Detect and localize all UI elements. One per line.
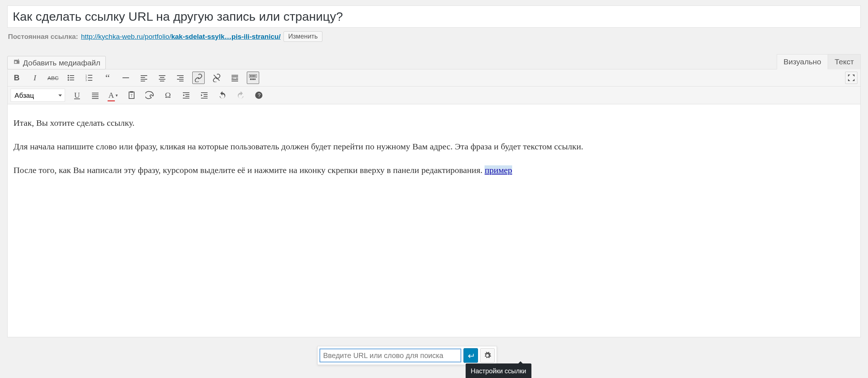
svg-rect-54 xyxy=(204,94,208,95)
post-title-input[interactable] xyxy=(7,5,861,28)
link-popover xyxy=(317,346,497,365)
example-link[interactable]: пример xyxy=(485,165,512,175)
format-select[interactable]: Абзац xyxy=(11,89,65,102)
svg-text:3: 3 xyxy=(85,79,87,81)
tab-visual[interactable]: Визуально xyxy=(777,54,828,69)
kitchen-sink-icon[interactable] xyxy=(247,72,259,84)
svg-rect-14 xyxy=(141,77,145,78)
svg-rect-43 xyxy=(92,94,99,95)
svg-rect-52 xyxy=(183,98,189,98)
paragraph-3-text: После того, как Вы написали эту фразу, к… xyxy=(13,165,485,175)
svg-text:2: 2 xyxy=(85,76,87,79)
svg-rect-9 xyxy=(88,77,92,78)
link-apply-button[interactable] xyxy=(463,348,478,363)
svg-rect-15 xyxy=(141,79,147,80)
svg-rect-30 xyxy=(236,78,238,79)
svg-rect-16 xyxy=(141,81,145,81)
svg-rect-5 xyxy=(70,80,74,80)
svg-rect-18 xyxy=(160,77,164,78)
help-icon[interactable]: ? xyxy=(253,89,265,101)
svg-rect-29 xyxy=(234,78,235,79)
svg-rect-36 xyxy=(253,75,254,77)
paragraph-1: Итак, Вы хотите сделать ссылку. xyxy=(13,117,855,129)
tab-text[interactable]: Текст xyxy=(828,54,861,69)
edit-permalink-button[interactable]: Изменить xyxy=(284,31,322,42)
align-center-icon[interactable] xyxy=(156,72,168,84)
align-justify-icon[interactable] xyxy=(89,89,101,101)
undo-icon[interactable] xyxy=(216,89,229,101)
camera-music-icon xyxy=(13,58,21,68)
svg-rect-45 xyxy=(92,98,99,99)
read-more-icon[interactable] xyxy=(229,72,241,84)
outdent-icon[interactable] xyxy=(180,89,192,101)
add-media-button[interactable]: Добавить медиафайл xyxy=(7,56,106,69)
svg-rect-17 xyxy=(159,75,165,76)
editor: B I ABC 123 “ Абзац U A▼ T Ω xyxy=(7,69,861,337)
svg-rect-20 xyxy=(160,81,164,81)
editor-tabs: Визуально Текст xyxy=(777,54,861,69)
clear-formatting-icon[interactable] xyxy=(144,89,156,101)
bullet-list-icon[interactable] xyxy=(65,72,77,84)
svg-text:?: ? xyxy=(258,92,261,98)
toolbar-row-1: B I ABC 123 “ xyxy=(8,69,860,87)
svg-rect-51 xyxy=(185,96,189,97)
svg-rect-41 xyxy=(254,79,256,80)
enter-arrow-icon xyxy=(467,351,475,359)
link-url-input[interactable] xyxy=(320,349,461,362)
add-media-label: Добавить медиафайл xyxy=(23,59,100,67)
svg-rect-53 xyxy=(201,92,208,93)
paragraph-2: Для начала напишите слово или фразу, кли… xyxy=(13,140,855,153)
paste-text-icon[interactable]: T xyxy=(125,89,138,101)
svg-rect-50 xyxy=(185,94,189,95)
hr-icon[interactable] xyxy=(120,72,132,84)
svg-point-0 xyxy=(68,75,69,76)
bold-icon[interactable]: B xyxy=(11,72,23,84)
svg-rect-1 xyxy=(70,75,74,76)
unlink-icon[interactable] xyxy=(210,72,223,84)
svg-rect-44 xyxy=(92,96,99,97)
svg-rect-37 xyxy=(254,75,256,77)
svg-rect-11 xyxy=(88,80,92,81)
underline-icon[interactable]: U xyxy=(71,89,83,101)
content-area[interactable]: Итак, Вы хотите сделать ссылку. Для нача… xyxy=(8,104,860,337)
link-settings-tooltip: Настройки ссылки xyxy=(466,363,531,378)
italic-icon[interactable]: I xyxy=(29,72,41,84)
svg-rect-13 xyxy=(141,75,147,76)
svg-rect-3 xyxy=(70,77,74,78)
svg-rect-47 xyxy=(130,91,133,93)
indent-icon[interactable] xyxy=(198,89,210,101)
svg-rect-42 xyxy=(92,93,99,93)
svg-rect-32 xyxy=(232,81,238,81)
numbered-list-icon[interactable]: 123 xyxy=(83,72,96,84)
text-color-icon[interactable]: A▼ xyxy=(107,89,120,101)
svg-rect-12 xyxy=(122,77,129,78)
svg-rect-19 xyxy=(159,79,165,80)
gear-icon xyxy=(483,351,491,359)
blockquote-icon[interactable]: “ xyxy=(101,72,114,84)
redo-icon[interactable] xyxy=(234,89,247,101)
special-char-icon[interactable]: Ω xyxy=(162,89,174,101)
strikethrough-icon[interactable]: ABC xyxy=(47,72,59,84)
svg-point-4 xyxy=(68,79,69,81)
svg-point-2 xyxy=(68,77,69,79)
permalink-link[interactable]: http://kychka-web.ru/portfolio/kak-sdela… xyxy=(81,33,281,41)
permalink-slug: kak-sdelat-ssylk…pis-ili-stranicu/ xyxy=(171,33,281,40)
align-right-icon[interactable] xyxy=(174,72,186,84)
permalink-label: Постоянная ссылка: xyxy=(8,33,78,41)
link-settings-button[interactable] xyxy=(480,348,495,363)
svg-rect-27 xyxy=(232,76,238,77)
svg-rect-34 xyxy=(250,75,251,77)
svg-rect-21 xyxy=(177,75,184,76)
svg-rect-40 xyxy=(253,79,254,80)
svg-rect-24 xyxy=(179,81,184,81)
fullscreen-icon[interactable] xyxy=(845,72,857,84)
svg-rect-38 xyxy=(250,79,251,80)
svg-rect-22 xyxy=(179,77,184,78)
permalink-row: Постоянная ссылка: http://kychka-web.ru/… xyxy=(7,28,861,45)
link-icon[interactable] xyxy=(192,72,205,84)
svg-text:T: T xyxy=(130,94,133,98)
svg-rect-35 xyxy=(252,75,253,77)
svg-rect-39 xyxy=(252,79,253,80)
align-left-icon[interactable] xyxy=(138,72,150,84)
paragraph-3: После того, как Вы написали эту фразу, к… xyxy=(13,164,855,177)
